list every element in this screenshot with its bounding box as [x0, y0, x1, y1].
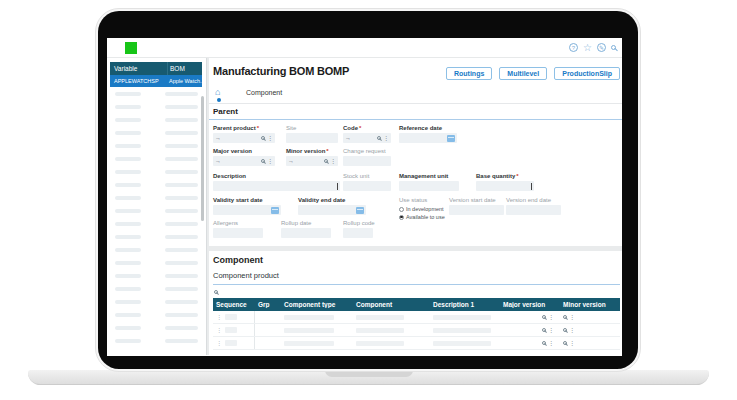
table-search[interactable]: [214, 288, 620, 295]
sidebar-row[interactable]: [110, 178, 202, 191]
base-quantity-input[interactable]: [476, 181, 534, 191]
reference-date-input[interactable]: [399, 133, 457, 143]
jump-arrow-icon[interactable]: →: [215, 158, 221, 164]
stock-unit-input[interactable]: [343, 181, 391, 191]
lookup-icon[interactable]: [261, 159, 265, 163]
radio-icon[interactable]: [399, 215, 404, 220]
sidebar-row[interactable]: [110, 230, 202, 243]
jump-arrow-icon[interactable]: →: [288, 158, 294, 164]
jump-arrow-icon[interactable]: →: [345, 135, 351, 141]
sidebar-row[interactable]: [110, 100, 202, 113]
sidebar-row[interactable]: [110, 295, 202, 308]
sidebar-row[interactable]: [110, 334, 202, 347]
column-header[interactable]: Grp: [255, 301, 281, 308]
multilevel-button[interactable]: Multilevel: [499, 67, 547, 80]
column-header[interactable]: Sequence: [213, 301, 255, 308]
sidebar-row[interactable]: [110, 113, 202, 126]
lookup-icon[interactable]: [542, 341, 546, 345]
field-menu-icon[interactable]: ⋮: [548, 340, 554, 346]
tab-component[interactable]: Component: [246, 89, 282, 96]
field-menu-icon[interactable]: ⋮: [548, 327, 554, 333]
calendar-icon[interactable]: [447, 135, 455, 142]
management-unit-input[interactable]: [399, 181, 459, 191]
radio-in-development[interactable]: In development: [399, 206, 445, 212]
code-input[interactable]: → ⋮: [343, 133, 391, 143]
lookup-icon[interactable]: [261, 136, 265, 140]
sidebar-scrollbar[interactable]: [201, 96, 204, 221]
minor-version-input[interactable]: → ⋮: [286, 156, 338, 166]
version-end-date-input[interactable]: [506, 205, 561, 215]
radio-icon[interactable]: [399, 207, 404, 212]
column-header[interactable]: Component type: [281, 301, 353, 308]
version-start-date-input[interactable]: [449, 205, 504, 215]
radio-available-to-use[interactable]: Available to use: [399, 214, 445, 220]
lookup-icon[interactable]: [563, 341, 567, 345]
home-tab-icon[interactable]: ⌂: [215, 88, 220, 97]
sidebar-row[interactable]: [110, 217, 202, 230]
sidebar-row[interactable]: [110, 204, 202, 217]
column-header[interactable]: Major version: [500, 301, 560, 308]
routings-button[interactable]: Routings: [446, 67, 492, 80]
placeholder-cell: [433, 341, 491, 346]
major-version-input[interactable]: → ⋮: [213, 156, 275, 166]
production-slip-button[interactable]: ProductionSlip: [554, 67, 620, 80]
sidebar-row[interactable]: [110, 191, 202, 204]
jump-arrow-icon[interactable]: →: [215, 135, 221, 141]
selected-bom: Apple Watch...: [167, 78, 202, 84]
allergens-input[interactable]: [213, 228, 263, 238]
search-icon[interactable]: [611, 45, 616, 50]
laptop-mockup: ? ☆ ✎ Variable BOM APPLEWATCHSP Apple Wa…: [0, 0, 737, 400]
sidebar-row[interactable]: [110, 256, 202, 269]
field-menu-icon[interactable]: ⋮: [569, 327, 575, 333]
field-menu-icon[interactable]: ⋮: [267, 158, 273, 164]
sidebar-row[interactable]: [110, 243, 202, 256]
sidebar-row[interactable]: [110, 87, 202, 100]
column-header-bom[interactable]: BOM: [167, 62, 202, 75]
table-row[interactable]: ⋮⋮⋮: [213, 311, 620, 324]
table-row[interactable]: ⋮⋮⋮: [213, 337, 620, 350]
row-handle-icon[interactable]: ⋮: [216, 314, 222, 320]
rollup-code-input[interactable]: [343, 228, 373, 238]
field-menu-icon[interactable]: ⋮: [330, 158, 336, 164]
sidebar-selected-row[interactable]: APPLEWATCHSP Apple Watch...: [110, 75, 202, 87]
lookup-icon[interactable]: [324, 159, 328, 163]
column-header[interactable]: Description 1: [430, 301, 500, 308]
parent-product-input[interactable]: → ⋮: [213, 133, 275, 143]
calendar-icon[interactable]: [356, 207, 364, 214]
favorites-star-icon[interactable]: ☆: [583, 43, 592, 53]
sidebar-row[interactable]: [110, 308, 202, 321]
lookup-icon[interactable]: [377, 136, 381, 140]
help-icon[interactable]: ?: [569, 43, 578, 52]
field-menu-icon[interactable]: ⋮: [569, 340, 575, 346]
sidebar-row[interactable]: [110, 152, 202, 165]
sidebar-row[interactable]: [110, 269, 202, 282]
column-header-variable[interactable]: Variable: [110, 65, 167, 72]
row-handle-icon[interactable]: ⋮: [216, 340, 222, 346]
field-menu-icon[interactable]: ⋮: [267, 135, 273, 141]
site-input[interactable]: [286, 133, 338, 143]
field-menu-icon[interactable]: ⋮: [569, 314, 575, 320]
sidebar-row[interactable]: [110, 126, 202, 139]
lookup-icon[interactable]: [563, 315, 567, 319]
validity-end-date-input[interactable]: [298, 205, 366, 215]
rollup-date-input[interactable]: [281, 228, 331, 238]
field-menu-icon[interactable]: ⋮: [383, 135, 389, 141]
table-search-icon[interactable]: [214, 290, 218, 294]
sidebar-row[interactable]: [110, 139, 202, 152]
table-row[interactable]: ⋮⋮⋮: [213, 324, 620, 337]
calendar-icon[interactable]: [271, 207, 279, 214]
lookup-icon[interactable]: [563, 328, 567, 332]
sidebar-row[interactable]: [110, 321, 202, 334]
column-header[interactable]: Minor version: [560, 301, 620, 308]
validity-start-date-input[interactable]: [213, 205, 281, 215]
row-handle-icon[interactable]: ⋮: [216, 327, 222, 333]
lookup-icon[interactable]: [542, 315, 546, 319]
sidebar-row[interactable]: [110, 165, 202, 178]
lookup-icon[interactable]: [542, 328, 546, 332]
change-request-input[interactable]: [343, 156, 391, 166]
compose-icon[interactable]: ✎: [597, 43, 606, 52]
column-header[interactable]: Component: [353, 301, 430, 308]
sidebar-row[interactable]: [110, 282, 202, 295]
description-input[interactable]: [213, 181, 340, 191]
field-menu-icon[interactable]: ⋮: [548, 314, 554, 320]
